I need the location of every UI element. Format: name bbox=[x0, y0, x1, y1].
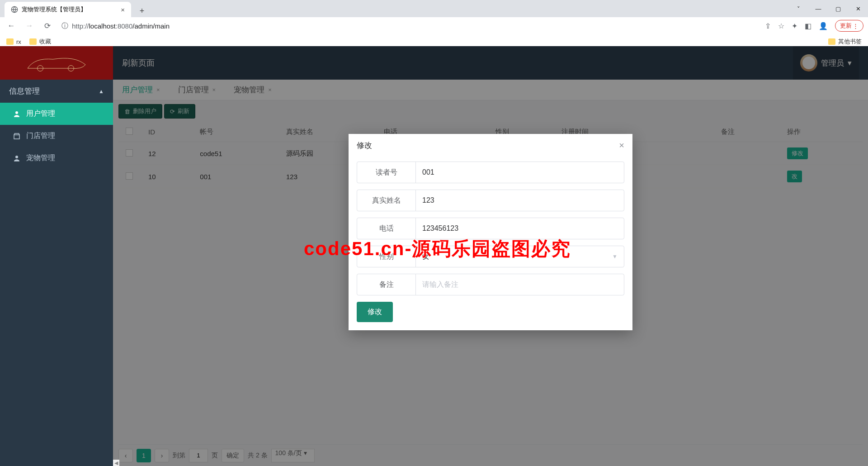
chevron-up-icon: ▲ bbox=[99, 88, 104, 95]
folder-icon bbox=[828, 38, 835, 45]
sidebar-item-pets[interactable]: 宠物管理 bbox=[0, 147, 113, 169]
main: 刷新页面 管理员 ▾ 用户管理× 门店管理× 宠物管理× 🗑 删除用户 ⟳ 刷新 bbox=[113, 46, 868, 466]
logo bbox=[0, 46, 113, 80]
modal-overlay[interactable]: 修改 × 读者号 真实姓名 电话 bbox=[113, 46, 868, 466]
close-icon[interactable]: × bbox=[619, 140, 624, 151]
new-tab-button[interactable]: + bbox=[136, 5, 148, 17]
globe-icon bbox=[11, 6, 18, 13]
reload-button[interactable]: ⟳ bbox=[41, 19, 54, 33]
bookmarks-bar: rx 收藏 其他书签 bbox=[0, 34, 868, 46]
share-icon[interactable]: ⇪ bbox=[765, 22, 771, 30]
site-info-icon[interactable]: ⓘ bbox=[61, 22, 68, 30]
minimize-button[interactable]: — bbox=[808, 0, 828, 17]
close-icon[interactable]: × bbox=[121, 6, 125, 14]
field-remark: 备注 bbox=[357, 274, 624, 295]
folder-icon bbox=[29, 38, 37, 45]
back-button[interactable]: ← bbox=[5, 19, 18, 33]
field-phone: 电话 bbox=[357, 218, 624, 239]
edit-modal: 修改 × 读者号 真实姓名 电话 bbox=[349, 134, 632, 330]
update-button[interactable]: 更新 ⋮ bbox=[835, 20, 863, 32]
bookmark-star-icon[interactable]: ☆ bbox=[778, 22, 784, 30]
browser-tab[interactable]: 宠物管理系统【管理员】 × bbox=[5, 2, 131, 17]
chevron-down-icon: ▼ bbox=[612, 253, 618, 260]
address-bar: ← → ⟳ ⓘ http://localhost:8080/admin/main… bbox=[0, 17, 868, 34]
sidebar-item-stores[interactable]: 门店管理 bbox=[0, 125, 113, 147]
modal-header: 修改 × bbox=[349, 134, 632, 157]
window-controls: ˅ — ▢ ✕ bbox=[788, 0, 868, 17]
profile-icon[interactable]: 👤 bbox=[819, 22, 828, 30]
reader-no-input[interactable] bbox=[422, 168, 618, 176]
svg-point-5 bbox=[15, 156, 18, 158]
url-path: /admin/main bbox=[132, 22, 170, 30]
folder-icon bbox=[6, 38, 14, 45]
url-scheme: http:// bbox=[72, 22, 89, 30]
tab-bar: 宠物管理系统【管理员】 × + ˅ — ▢ ✕ bbox=[0, 0, 868, 17]
tab-title: 宠物管理系统【管理员】 bbox=[22, 5, 86, 14]
scroll-left-icon[interactable]: ◀ bbox=[113, 460, 119, 466]
maximize-button[interactable]: ▢ bbox=[828, 0, 848, 17]
field-gender: 性别 ▼ bbox=[357, 246, 624, 267]
extensions-icon[interactable]: ✦ bbox=[792, 22, 797, 30]
field-realname: 真实姓名 bbox=[357, 190, 624, 211]
close-button[interactable]: ✕ bbox=[848, 0, 868, 17]
url-port: :8080 bbox=[116, 22, 133, 30]
modal-form: 读者号 真实姓名 电话 性别 ▼ bbox=[349, 157, 632, 330]
remark-input[interactable] bbox=[422, 281, 618, 289]
sidebar-item-users[interactable]: 用户管理 bbox=[0, 103, 113, 125]
bookmark-item[interactable]: rx bbox=[6, 38, 21, 45]
realname-input[interactable] bbox=[422, 196, 618, 204]
svg-point-3 bbox=[15, 111, 18, 114]
gender-select[interactable]: ▼ bbox=[416, 246, 624, 267]
store-icon bbox=[13, 132, 21, 140]
svg-rect-4 bbox=[14, 135, 19, 139]
url-host: localhost bbox=[89, 22, 116, 30]
bookmark-item[interactable]: 收藏 bbox=[29, 38, 51, 46]
field-reader-no: 读者号 bbox=[357, 162, 624, 183]
submit-button[interactable]: 修改 bbox=[357, 302, 393, 322]
chevron-down-icon[interactable]: ˅ bbox=[788, 0, 808, 17]
sidebar: 信息管理 ▲ 用户管理 门店管理 宠物管理 bbox=[0, 46, 113, 466]
url-input[interactable]: ⓘ http://localhost:8080/admin/main bbox=[59, 19, 760, 33]
modal-title: 修改 bbox=[357, 140, 372, 151]
app: 信息管理 ▲ 用户管理 门店管理 宠物管理 刷新页面 管理员 ▾ 用户管理× bbox=[0, 46, 868, 466]
forward-button[interactable]: → bbox=[23, 19, 36, 33]
other-bookmarks[interactable]: 其他书签 bbox=[828, 38, 862, 46]
phone-input[interactable] bbox=[422, 224, 618, 233]
side-panel-icon[interactable]: ◧ bbox=[805, 22, 811, 30]
browser-chrome: 宠物管理系统【管理员】 × + ˅ — ▢ ✕ ← → ⟳ ⓘ http://l… bbox=[0, 0, 868, 46]
sidebar-section-info[interactable]: 信息管理 ▲ bbox=[0, 80, 113, 103]
user-icon bbox=[13, 110, 21, 118]
user-icon bbox=[13, 154, 21, 162]
